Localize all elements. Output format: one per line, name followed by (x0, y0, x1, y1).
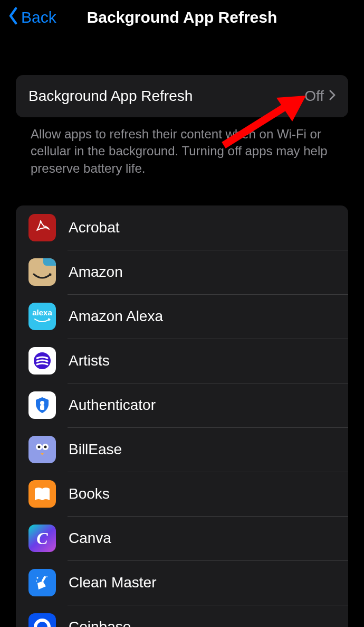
svg-point-5 (38, 446, 41, 448)
back-label: Back (21, 8, 56, 26)
page-title: Background App Refresh (7, 8, 357, 26)
svg-point-6 (44, 446, 47, 448)
chevron-left-icon (7, 7, 19, 29)
canva-icon: C (28, 525, 56, 552)
books-icon (28, 480, 56, 508)
app-name: Amazon Alexa (69, 308, 163, 325)
svg-rect-2 (40, 405, 44, 410)
app-row-artists[interactable]: Artists (16, 339, 348, 383)
app-row-alexa[interactable]: alexa Amazon Alexa (16, 294, 348, 339)
clean-master-icon (28, 569, 56, 596)
app-row-acrobat[interactable]: Acrobat (16, 205, 348, 250)
app-row-canva[interactable]: C Canva (16, 516, 348, 560)
coinbase-icon (28, 613, 56, 627)
acrobat-icon (28, 214, 56, 241)
chevron-right-icon (329, 90, 336, 102)
setting-value-wrap: Off (304, 88, 336, 105)
alexa-icon: alexa (28, 303, 56, 330)
app-name: BillEase (69, 441, 122, 458)
app-name: Authenticator (69, 397, 156, 414)
app-row-coinbase[interactable]: Coinbase (16, 605, 348, 627)
svg-rect-12 (40, 625, 44, 627)
app-row-cleanmaster[interactable]: Clean Master (16, 560, 348, 605)
setting-label: Background App Refresh (28, 88, 193, 105)
svg-rect-7 (41, 576, 46, 582)
nav-header: Back Background App Refresh (0, 0, 364, 38)
app-name: Canva (69, 530, 111, 547)
svg-point-8 (37, 577, 39, 579)
billease-icon (28, 436, 56, 463)
app-name: Coinbase (69, 619, 131, 627)
app-row-authenticator[interactable]: Authenticator (16, 383, 348, 427)
setting-value: Off (304, 88, 324, 105)
app-name: Books (69, 485, 110, 502)
artists-icon (28, 347, 56, 375)
app-name: Amazon (69, 264, 123, 280)
app-name: Artists (69, 352, 110, 369)
app-name: Clean Master (69, 574, 157, 591)
setting-description: Allow apps to refresh their content when… (16, 117, 348, 177)
authenticator-icon (28, 391, 56, 419)
app-row-books[interactable]: Books (16, 472, 348, 516)
app-name: Acrobat (69, 219, 120, 236)
svg-point-9 (46, 576, 47, 577)
amazon-icon (28, 258, 56, 286)
back-button[interactable]: Back (7, 7, 56, 29)
svg-point-1 (40, 401, 44, 405)
app-row-amazon[interactable]: Amazon (16, 250, 348, 294)
svg-point-10 (36, 581, 37, 582)
app-row-billease[interactable]: BillEase (16, 427, 348, 472)
apps-list: Acrobat Amazon alexa Amazon Alexa Artist… (16, 205, 348, 627)
background-refresh-setting[interactable]: Background App Refresh Off (16, 75, 348, 117)
